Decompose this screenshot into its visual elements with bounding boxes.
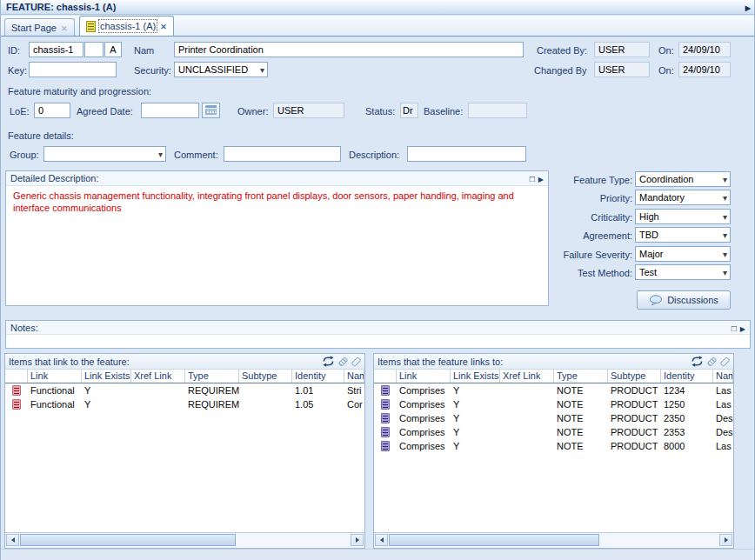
column-type[interactable]: Type bbox=[185, 370, 239, 383]
id-version-field[interactable]: A bbox=[104, 42, 122, 57]
id-seg2-field[interactable] bbox=[84, 42, 104, 57]
cell-type: NOTE bbox=[554, 399, 608, 410]
group-select[interactable] bbox=[43, 146, 166, 162]
expand-icon[interactable] bbox=[535, 173, 544, 183]
detailed-description-header: Detailed Description: bbox=[6, 171, 548, 186]
created-on-field: 24/09/10 bbox=[678, 42, 731, 57]
test-method-value: Test bbox=[639, 267, 657, 277]
agreement-select[interactable]: TBD bbox=[635, 227, 731, 243]
scroll-left-icon[interactable] bbox=[6, 534, 19, 546]
notes-panel: Notes: bbox=[5, 320, 751, 349]
column-subtype[interactable]: Subtype bbox=[608, 370, 661, 383]
security-select[interactable]: UNCLASSIFIED bbox=[174, 62, 268, 77]
links-in-panel: Items that link to the feature: Link Lin… bbox=[4, 353, 365, 549]
column-name[interactable]: Name bbox=[344, 370, 364, 383]
cell-subtype: PRODUCT bbox=[608, 441, 661, 451]
cell-subtype: PRODUCT bbox=[608, 427, 661, 437]
links-in-header: Items that link to the feature: bbox=[5, 354, 364, 370]
security-select-value: UNCLASSIFIED bbox=[178, 64, 248, 75]
name-field[interactable]: Printer Coordination bbox=[174, 42, 524, 57]
feature-type-select[interactable]: Coordination bbox=[635, 171, 731, 187]
cell-type: NOTE bbox=[554, 385, 608, 396]
scrollbar-thumb[interactable] bbox=[389, 534, 599, 546]
id-field[interactable]: chassis-1 bbox=[29, 42, 84, 57]
table-row[interactable]: Comprises Y NOTE PRODUCT 2353 Des bbox=[374, 425, 733, 439]
column-type[interactable]: Type bbox=[554, 370, 608, 383]
table-row[interactable]: Comprises Y NOTE PRODUCT 1234 Las bbox=[374, 383, 733, 397]
cell-type: NOTE bbox=[554, 427, 608, 437]
close-icon[interactable] bbox=[61, 23, 68, 33]
baseline-label: Baseline: bbox=[424, 106, 463, 117]
cell-name: Stri bbox=[344, 385, 364, 396]
priority-select[interactable]: Mandatory bbox=[635, 190, 731, 205]
table-row[interactable]: Functional Y REQUIREM 1.05 Cor bbox=[5, 397, 364, 411]
table-row[interactable]: Comprises Y NOTE PRODUCT 1250 Las bbox=[374, 397, 733, 411]
tab-start-page[interactable]: Start Page bbox=[4, 18, 75, 36]
column-xref-link[interactable]: Xref Link bbox=[131, 370, 185, 383]
notes-text[interactable] bbox=[6, 335, 750, 348]
table-row[interactable]: Comprises Y NOTE PRODUCT 8000 Las bbox=[374, 439, 733, 453]
feature-titlebar: FEATURE: chassis-1 (A) bbox=[1, 0, 755, 15]
cell-link-exists: Y bbox=[451, 385, 500, 396]
key-field[interactable] bbox=[29, 62, 117, 77]
horizontal-scrollbar[interactable] bbox=[374, 532, 733, 548]
group-label: Group: bbox=[10, 150, 39, 160]
cell-identity: 1234 bbox=[661, 385, 713, 396]
tab-chassis-1[interactable]: chassis-1 (A) bbox=[79, 16, 174, 36]
refresh-icon[interactable] bbox=[322, 356, 335, 367]
chevron-down-icon bbox=[723, 211, 727, 223]
status-field: Dr bbox=[400, 103, 418, 118]
column-identity[interactable]: Identity bbox=[661, 370, 713, 383]
horizontal-scrollbar[interactable] bbox=[5, 532, 364, 548]
chevron-down-icon bbox=[158, 149, 163, 160]
feature-title-text: FEATURE: chassis-1 (A) bbox=[6, 2, 116, 12]
agreed-date-label: Agreed Date: bbox=[77, 106, 133, 117]
discussions-button[interactable]: Discussions bbox=[637, 290, 731, 310]
detailed-description-text[interactable]: Generic chassis management functionality… bbox=[6, 186, 548, 214]
links-out-title: Items that the feature links to: bbox=[378, 357, 503, 367]
column-link[interactable]: Link bbox=[28, 370, 82, 383]
loe-field[interactable]: 0 bbox=[34, 103, 70, 118]
calendar-icon[interactable] bbox=[202, 103, 220, 118]
scroll-left-icon[interactable] bbox=[375, 534, 388, 546]
titlebar-overflow-icon[interactable] bbox=[745, 0, 751, 16]
cell-name: Las bbox=[713, 385, 733, 396]
note-doc-icon bbox=[381, 413, 390, 423]
column-link-exists[interactable]: Link Exists bbox=[451, 370, 500, 383]
cell-link-exists: Y bbox=[82, 385, 131, 396]
cell-link: Comprises bbox=[397, 385, 451, 396]
create-link-icon[interactable] bbox=[706, 356, 717, 366]
agreed-date-field[interactable] bbox=[141, 103, 199, 118]
remove-link-icon[interactable] bbox=[719, 356, 730, 366]
scroll-right-icon[interactable] bbox=[719, 534, 732, 546]
test-method-select[interactable]: Test bbox=[635, 264, 731, 280]
column-name[interactable]: Name bbox=[713, 370, 733, 383]
column-link[interactable]: Link bbox=[397, 370, 451, 383]
column-subtype[interactable]: Subtype bbox=[239, 370, 292, 383]
priority-value: Mandatory bbox=[639, 192, 685, 203]
table-row[interactable]: Functional Y REQUIREM 1.01 Stri bbox=[5, 383, 364, 397]
chevron-down-icon bbox=[723, 267, 727, 278]
close-icon[interactable] bbox=[160, 21, 167, 31]
column-xref-link[interactable]: Xref Link bbox=[500, 370, 554, 383]
failure-severity-select[interactable]: Major bbox=[635, 246, 731, 262]
table-row[interactable]: Comprises Y NOTE PRODUCT 2350 Des bbox=[374, 411, 733, 425]
refresh-icon[interactable] bbox=[691, 356, 704, 367]
detailed-description-panel: Detailed Description: Generic chassis ma… bbox=[5, 170, 549, 306]
criticality-select[interactable]: High bbox=[635, 209, 731, 224]
column-link-exists[interactable]: Link Exists bbox=[82, 370, 131, 383]
cell-subtype: PRODUCT bbox=[608, 399, 661, 410]
note-doc-icon bbox=[381, 399, 390, 410]
comment-field[interactable] bbox=[224, 146, 341, 162]
description-field[interactable] bbox=[407, 146, 526, 162]
id-label: ID: bbox=[8, 45, 20, 56]
links-in-column-headers: Link Link Exists Xref Link Type Subtype … bbox=[5, 370, 364, 383]
expand-icon[interactable] bbox=[737, 323, 745, 333]
column-identity[interactable]: Identity bbox=[292, 370, 344, 383]
remove-link-icon[interactable] bbox=[351, 356, 361, 366]
cell-type: REQUIREM bbox=[185, 399, 239, 410]
scroll-right-icon[interactable] bbox=[351, 534, 364, 546]
scrollbar-thumb[interactable] bbox=[20, 534, 236, 546]
create-link-icon[interactable] bbox=[337, 356, 348, 366]
note-doc-icon bbox=[381, 427, 390, 437]
